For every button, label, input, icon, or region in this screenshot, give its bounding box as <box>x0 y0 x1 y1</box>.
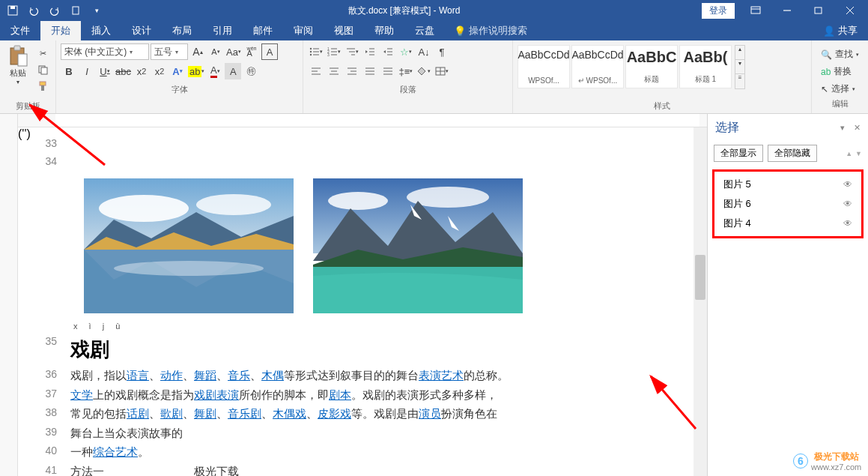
grow-font-icon[interactable]: A▴ <box>189 43 206 60</box>
justify-icon[interactable] <box>362 63 378 79</box>
character-shading-icon[interactable]: A <box>225 63 241 79</box>
style-wpsof2[interactable]: AaBbCcDd↵ WPSOf... <box>571 45 624 88</box>
close-icon[interactable] <box>835 0 865 21</box>
select-button[interactable]: ↖选择▾ <box>816 81 864 97</box>
bullets-icon[interactable]: ▾ <box>308 43 324 60</box>
link-puppet-show[interactable]: 木偶戏 <box>273 407 306 420</box>
horizontal-ruler[interactable] <box>18 114 707 127</box>
find-button[interactable]: 🔍查找▾ <box>816 46 864 62</box>
text-effects-icon[interactable]: A▾ <box>169 63 186 79</box>
tab-mailings[interactable]: 邮件 <box>243 21 283 40</box>
font-color-icon[interactable]: A▾ <box>207 63 223 79</box>
show-marks-icon[interactable]: ¶ <box>434 43 450 60</box>
qat-customize-icon[interactable]: ▾ <box>87 1 106 19</box>
tab-insert[interactable]: 插入 <box>81 21 121 40</box>
italic-icon[interactable]: I <box>79 63 95 79</box>
style-title[interactable]: AaBbC标题 <box>625 45 678 88</box>
style-wpsof1[interactable]: AaBbCcDdWPSOf... <box>518 45 570 88</box>
maximize-icon[interactable] <box>804 0 834 21</box>
cut-icon[interactable]: ✂ <box>34 46 51 60</box>
selection-item-6[interactable]: 图片 6👁 <box>717 194 858 214</box>
bring-forward-icon[interactable]: ▲ <box>846 150 852 157</box>
link-literature[interactable]: 文学 <box>70 388 93 401</box>
tab-design[interactable]: 设计 <box>121 21 162 40</box>
show-all-button[interactable]: 全部显示 <box>714 145 763 162</box>
style-heading1[interactable]: AaBb(标题 1 <box>679 45 732 88</box>
link-puppet[interactable]: 木偶 <box>261 369 284 382</box>
change-case-icon[interactable]: Aa▾ <box>225 43 242 60</box>
distributed-icon[interactable] <box>380 63 396 79</box>
share-button[interactable]: 👤 共享 <box>813 21 868 40</box>
link-drama-performance[interactable]: 戏剧表演 <box>194 388 239 401</box>
visibility-toggle-icon[interactable]: 👁 <box>843 179 852 190</box>
link-dance-drama[interactable]: 舞剧 <box>194 407 216 420</box>
replace-button[interactable]: ab替换 <box>816 64 864 79</box>
tab-view[interactable]: 视图 <box>324 21 364 40</box>
link-script[interactable]: 剧本 <box>329 388 351 401</box>
tab-review[interactable]: 审阅 <box>283 21 324 40</box>
shrink-font-icon[interactable]: A▾ <box>207 43 224 60</box>
line-spacing-icon[interactable]: ‡≡▾ <box>398 63 414 79</box>
document-image-1[interactable] <box>84 178 294 313</box>
selection-item-4[interactable]: 图片 4👁 <box>717 214 858 233</box>
highlight-icon[interactable]: ab▾ <box>187 63 205 79</box>
align-right-icon[interactable] <box>344 63 360 79</box>
save-icon[interactable] <box>3 1 22 19</box>
align-center-icon[interactable] <box>326 63 342 79</box>
asian-layout-icon[interactable]: ☆▾ <box>398 43 414 60</box>
link-opera[interactable]: 歌剧 <box>160 407 183 420</box>
ribbon-display-icon[interactable] <box>741 0 771 21</box>
undo-icon[interactable] <box>24 1 43 19</box>
link-action[interactable]: 动作 <box>160 369 183 382</box>
visibility-toggle-icon[interactable]: 👁 <box>843 218 852 229</box>
subscript-icon[interactable]: x2 <box>133 63 150 79</box>
link-dance[interactable]: 舞蹈 <box>194 369 216 382</box>
vertical-scrollbar[interactable] <box>694 127 707 476</box>
link-performing-art[interactable]: 表演艺术 <box>419 369 464 382</box>
tab-cloud[interactable]: 云盘 <box>404 21 445 40</box>
tell-me[interactable]: 💡 操作说明搜索 <box>445 21 536 40</box>
font-name-combo[interactable]: 宋体 (中文正文)▾ <box>61 43 149 60</box>
gallery-more-icon[interactable]: ≡ <box>735 74 744 88</box>
gallery-down-icon[interactable]: ▾ <box>735 60 744 74</box>
link-comprehensive-art[interactable]: 综合艺术 <box>93 445 138 458</box>
send-backward-icon[interactable]: ▼ <box>855 150 862 157</box>
gallery-up-icon[interactable]: ▴ <box>735 46 744 60</box>
link-spoken-drama[interactable]: 话剧 <box>127 407 149 420</box>
link-music[interactable]: 音乐 <box>228 369 250 382</box>
multilevel-list-icon[interactable]: ▾ <box>344 43 360 60</box>
visibility-toggle-icon[interactable]: 👁 <box>843 199 852 209</box>
sort-icon[interactable]: A↓ <box>416 43 432 60</box>
bold-icon[interactable]: B <box>61 63 77 79</box>
phonetic-guide-icon[interactable]: wénA <box>243 43 260 60</box>
paste-button[interactable]: 粘贴 ▾ <box>4 43 31 87</box>
copy-icon[interactable] <box>34 63 51 76</box>
login-button[interactable]: 登录 <box>702 3 735 19</box>
minimize-icon[interactable] <box>772 0 802 21</box>
selection-item-5[interactable]: 图片 5👁 <box>717 175 858 194</box>
tab-file[interactable]: 文件 <box>0 21 40 40</box>
tab-home[interactable]: 开始 <box>40 21 81 40</box>
page-content[interactable]: 33 34 <box>40 127 694 476</box>
tab-layout[interactable]: 布局 <box>162 21 202 40</box>
link-actor[interactable]: 演员 <box>419 407 441 420</box>
pane-menu-icon[interactable]: ▾ <box>840 123 845 133</box>
numbering-icon[interactable]: 123▾ <box>326 43 342 60</box>
superscript-icon[interactable]: x2 <box>151 63 168 79</box>
shading-icon[interactable]: ▾ <box>416 63 432 79</box>
styles-gallery-scroll[interactable]: ▴▾≡ <box>735 45 745 89</box>
document-image-2[interactable] <box>313 178 523 313</box>
underline-icon[interactable]: U▾ <box>97 63 113 79</box>
link-musical[interactable]: 音乐剧 <box>228 407 261 420</box>
align-left-icon[interactable] <box>308 63 324 79</box>
increase-indent-icon[interactable] <box>380 43 396 60</box>
link-shadow-play[interactable]: 皮影戏 <box>318 407 351 420</box>
link-language[interactable]: 语言 <box>127 369 149 382</box>
decrease-indent-icon[interactable] <box>362 43 378 60</box>
scrollbar-thumb[interactable] <box>695 255 705 300</box>
font-size-combo[interactable]: 五号▾ <box>151 43 188 60</box>
format-painter-icon[interactable] <box>34 79 51 93</box>
redo-icon[interactable] <box>45 1 64 19</box>
tab-references[interactable]: 引用 <box>202 21 243 40</box>
touch-mode-icon[interactable] <box>66 1 85 19</box>
